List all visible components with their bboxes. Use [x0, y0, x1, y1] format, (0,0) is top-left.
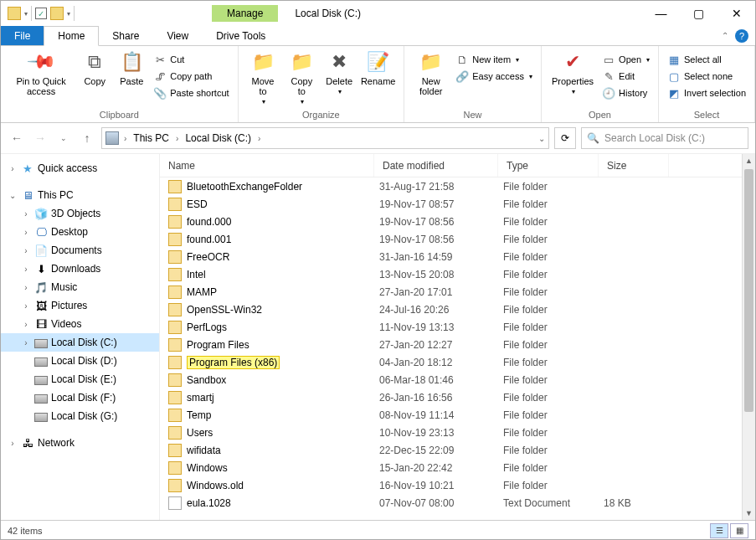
tab-home[interactable]: Home [44, 26, 99, 46]
file-row[interactable]: Users10-Nov-19 23:13File folder [160, 424, 755, 441]
column-size[interactable]: Size [599, 154, 669, 177]
edit-button[interactable]: ✎Edit [599, 68, 653, 85]
scroll-down-icon[interactable]: ▼ [743, 507, 755, 520]
open-button[interactable]: ▭Open [599, 51, 653, 68]
move-to-button[interactable]: 📁Move to [244, 48, 283, 107]
nav-documents[interactable]: ›📄Documents [1, 241, 159, 260]
maximize-button[interactable]: ▢ [680, 1, 717, 26]
nav-network[interactable]: ›🖧Network [1, 434, 159, 452]
file-row[interactable]: found.00019-Nov-17 08:56File folder [160, 213, 755, 230]
folder-qat-icon[interactable] [50, 7, 64, 20]
nav-disk-g[interactable]: Local Disk (G:) [1, 407, 159, 425]
file-row[interactable]: eula.102807-Nov-07 08:00Text Document18 … [160, 494, 755, 512]
file-row[interactable]: wifidata22-Dec-15 22:09File folder [160, 441, 755, 459]
file-row[interactable]: BluetoothExchangeFolder31-Aug-17 21:58Fi… [160, 177, 755, 195]
qat-dropdown-icon[interactable]: ▾ [24, 10, 28, 18]
copy-path-button[interactable]: 🖇Copy path [150, 68, 232, 85]
nav-disk-e[interactable]: Local Disk (E:) [1, 370, 159, 388]
file-row[interactable]: Program Files27-Jan-20 12:27File folder [160, 336, 755, 353]
tab-file[interactable]: File [1, 26, 44, 45]
qat-customize-icon[interactable]: ▾ [67, 10, 70, 18]
breadcrumb-location[interactable]: Local Disk (C:) [183, 132, 253, 144]
group-clipboard-label: Clipboard [6, 108, 233, 122]
folder-icon [168, 479, 182, 492]
file-type: File folder [503, 374, 604, 386]
help-icon[interactable]: ? [735, 29, 748, 43]
file-row[interactable]: Windows.old16-Nov-19 10:21File folder [160, 476, 755, 494]
properties-qat-icon[interactable]: ✓ [35, 8, 47, 19]
tab-share[interactable]: Share [99, 26, 153, 45]
nav-pictures[interactable]: ›🖼Pictures [1, 296, 159, 315]
contextual-tab-manage[interactable]: Manage [212, 5, 278, 22]
recent-locations-button[interactable]: ⌄ [54, 129, 73, 147]
file-row[interactable]: ESD19-Nov-17 08:57File folder [160, 195, 755, 213]
nav-3d-objects[interactable]: ›🧊3D Objects [1, 204, 159, 223]
details-view-button[interactable]: ☰ [710, 523, 728, 538]
nav-desktop[interactable]: ›🖵Desktop [1, 223, 159, 241]
nav-disk-d[interactable]: Local Disk (D:) [1, 352, 159, 370]
column-type[interactable]: Type [498, 154, 599, 177]
invert-selection-button[interactable]: ◩Invert selection [664, 85, 749, 101]
scroll-thumb[interactable] [744, 169, 753, 412]
select-none-button[interactable]: ▢Select none [664, 68, 749, 85]
collapse-ribbon-icon[interactable]: ⌃ [722, 31, 728, 40]
scroll-up-icon[interactable]: ▲ [743, 154, 755, 167]
minimize-button[interactable]: — [642, 1, 680, 26]
column-date[interactable]: Date modified [374, 154, 498, 177]
nav-disk-f[interactable]: Local Disk (F:) [1, 388, 159, 407]
nav-downloads[interactable]: ›⬇Downloads [1, 260, 159, 278]
item-count: 42 items [8, 526, 43, 536]
paste-shortcut-button[interactable]: 📎Paste shortcut [150, 85, 232, 101]
file-row[interactable]: MAMP27-Jan-20 17:01File folder [160, 283, 755, 301]
nav-disk-c[interactable]: ›Local Disk (C:) [1, 333, 159, 352]
new-item-button[interactable]: 🗋New item [452, 51, 536, 68]
file-row[interactable]: OpenSSL-Win3224-Jul-16 20:26File folder [160, 301, 755, 318]
rename-button[interactable]: 📝Rename [357, 48, 399, 107]
copy-button[interactable]: ⧉Copy [76, 48, 113, 101]
column-name[interactable]: Name [160, 154, 374, 177]
tab-view[interactable]: View [153, 26, 203, 45]
file-size: 18 KB [604, 497, 674, 509]
copy-to-button[interactable]: 📁Copy to [282, 48, 321, 107]
easy-access-button[interactable]: 🔗Easy access [452, 68, 536, 85]
address-bar[interactable]: › This PC › Local Disk (C:) › ⌄ [101, 127, 549, 149]
chevron-right-icon[interactable]: › [122, 134, 128, 143]
file-row[interactable]: Windows15-Jan-20 22:42File folder [160, 459, 755, 476]
file-row[interactable]: PerfLogs11-Nov-19 13:13File folder [160, 318, 755, 336]
back-button[interactable]: ← [8, 129, 26, 147]
search-input[interactable]: 🔍 Search Local Disk (C:) [581, 127, 748, 149]
file-row[interactable]: Temp08-Nov-19 11:14File folder [160, 406, 755, 424]
tab-drive-tools[interactable]: Drive Tools [203, 26, 280, 45]
properties-button[interactable]: ✔Properties [547, 48, 599, 101]
nav-music[interactable]: ›🎵Music [1, 278, 159, 296]
file-row[interactable]: Sandbox06-Mar-18 01:46File folder [160, 371, 755, 388]
nav-videos[interactable]: ›🎞Videos [1, 315, 159, 333]
nav-this-pc[interactable]: ⌄🖥This PC [1, 186, 159, 204]
up-button[interactable]: ↑ [78, 129, 96, 147]
delete-button[interactable]: ✖Delete [321, 48, 357, 107]
chevron-right-icon[interactable]: › [174, 134, 180, 143]
file-row[interactable]: Intel13-Nov-15 20:08File folder [160, 265, 755, 283]
select-all-button[interactable]: ▦Select all [664, 51, 749, 68]
close-button[interactable]: ✕ [717, 1, 755, 26]
pin-to-quick-access-button[interactable]: 📌Pin to Quick access [6, 48, 76, 101]
paste-button[interactable]: 📋Paste [113, 48, 150, 101]
file-row[interactable]: found.00119-Nov-17 08:56File folder [160, 230, 755, 248]
breadcrumb-this-pc[interactable]: This PC [131, 132, 171, 144]
file-row[interactable]: Program Files (x86)04-Jan-20 18:12File f… [160, 353, 755, 371]
search-icon: 🔍 [587, 132, 599, 144]
refresh-button[interactable]: ⟳ [554, 127, 576, 149]
forward-button[interactable]: → [31, 129, 49, 147]
folder-icon [168, 285, 182, 299]
nav-quick-access[interactable]: ›★Quick access [1, 159, 159, 177]
file-date: 10-Nov-19 23:13 [379, 427, 503, 439]
scrollbar[interactable]: ▲ ▼ [742, 154, 755, 520]
address-dropdown-icon[interactable]: ⌄ [538, 134, 545, 143]
file-row[interactable]: smartj26-Jan-16 16:56File folder [160, 388, 755, 406]
cut-button[interactable]: ✂Cut [150, 51, 232, 68]
file-row[interactable]: FreeOCR31-Jan-16 14:59File folder [160, 248, 755, 265]
large-icons-view-button[interactable]: ▦ [730, 523, 748, 538]
chevron-right-icon[interactable]: › [256, 134, 262, 143]
history-button[interactable]: 🕘History [599, 85, 653, 101]
new-folder-button[interactable]: 📁New folder [409, 48, 452, 98]
